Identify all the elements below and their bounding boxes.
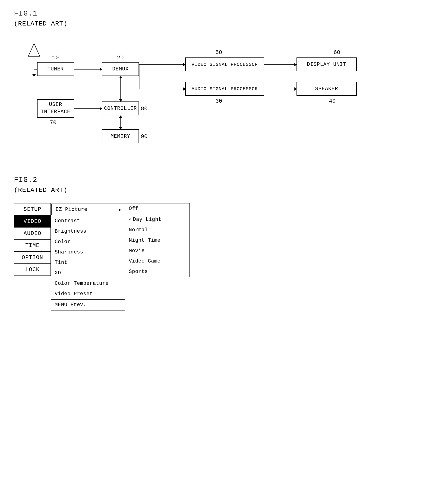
menu-item-audio[interactable]: AUDIO — [14, 227, 50, 239]
arrow-asp-speaker — [264, 89, 297, 89]
right-item-normal[interactable]: Normal — [125, 225, 189, 235]
arrow-vsp-display — [264, 64, 297, 65]
middle-item-sharpness[interactable]: Sharpness — [51, 247, 125, 258]
arrow-h-antenna — [34, 69, 37, 69]
ez-picture-arrow: ▶ — [119, 207, 121, 212]
right-item-movie[interactable]: Movie — [125, 245, 189, 256]
right-item-daylight[interactable]: ✓Day Light — [125, 214, 189, 225]
video-signal-processor-block: VIDEO SIGNAL PROCESSOR — [185, 57, 264, 71]
menu-item-video[interactable]: VIDEO — [14, 215, 50, 227]
label-60: 60 — [334, 49, 340, 56]
label-80: 80 — [141, 106, 148, 112]
right-item-night-time[interactable]: Night Time — [125, 235, 189, 245]
middle-item-color[interactable]: Color — [51, 237, 125, 247]
svg-marker-0 — [28, 44, 40, 56]
fig2-diagram: SETUP VIDEO AUDIO TIME OPTION LOCK EZ Pi… — [14, 203, 434, 310]
left-menu: SETUP VIDEO AUDIO TIME OPTION LOCK — [14, 203, 51, 276]
right-item-sports[interactable]: Sports — [125, 266, 189, 277]
label-70: 70 — [50, 120, 56, 126]
audio-signal-processor-block: AUDIO SIGNAL PROCESSOR — [185, 82, 264, 96]
arrow-tuner-demux — [74, 69, 102, 69]
menu-item-setup[interactable]: SETUP — [14, 203, 50, 215]
display-unit-block: DISPLAY UNIT — [297, 57, 357, 71]
fig2-label: FIG.2 — [14, 176, 434, 184]
arrow-antenna-tuner — [34, 57, 34, 76]
ez-picture-label: EZ Picture — [56, 207, 87, 213]
middle-item-menu-prev[interactable]: MENU Prev. — [51, 299, 125, 310]
fig1-related-art: (RELATED ART) — [14, 20, 434, 27]
middle-item-video-preset[interactable]: Video Preset — [51, 289, 125, 299]
right-item-off[interactable]: Off — [125, 203, 189, 214]
arrow-demux-video — [139, 64, 185, 65]
antenna-icon — [28, 44, 40, 57]
middle-item-ez-picture[interactable]: EZ Picture ▶ — [51, 204, 124, 215]
label-50: 50 — [215, 49, 222, 56]
label-10: 10 — [52, 55, 59, 61]
fig2-section: FIG.2 (RELATED ART) SETUP VIDEO AUDIO TI… — [14, 176, 434, 310]
arrow-ui-controller — [74, 108, 102, 109]
arrow-v-controller-memory — [120, 116, 121, 129]
middle-item-xd[interactable]: XD — [51, 268, 125, 278]
arrow-v-demux-controller — [120, 76, 121, 101]
label-20: 20 — [117, 55, 124, 61]
user-interface-block: USER INTERFACE — [37, 99, 74, 118]
tuner-block: TUNER — [37, 62, 74, 76]
menu-item-time[interactable]: TIME — [14, 239, 50, 252]
arrow-v-demux-branch — [139, 64, 139, 89]
memory-block: MEMORY — [102, 129, 139, 143]
right-item-video-game[interactable]: Video Game — [125, 256, 189, 266]
middle-item-brightness[interactable]: Brightness — [51, 226, 125, 237]
arrow-demux-audio — [139, 89, 185, 89]
middle-item-tint[interactable]: Tint — [51, 258, 125, 268]
middle-item-color-temp[interactable]: Color Temperature — [51, 278, 125, 289]
controller-block: CONTROLLER — [102, 101, 139, 115]
fig2-related-art: (RELATED ART) — [14, 187, 434, 194]
right-menu: Off ✓Day Light Normal Night Time Movie V… — [125, 203, 190, 277]
label-40: 40 — [329, 98, 336, 104]
middle-menu: EZ Picture ▶ Contrast Brightness Color S… — [51, 203, 125, 310]
middle-item-contrast[interactable]: Contrast — [51, 216, 125, 226]
checkmark-icon: ✓ — [129, 217, 132, 222]
demux-block: DEMUX — [102, 62, 139, 76]
label-90: 90 — [141, 133, 148, 140]
fig1-label: FIG.1 — [14, 9, 434, 18]
menu-item-option[interactable]: OPTION — [14, 252, 50, 264]
label-30: 30 — [215, 98, 222, 104]
fig1-diagram: TUNER 10 DEMUX 20 VIDEO SIGNAL PROCESSOR… — [14, 37, 431, 157]
speaker-block: SPEAKER — [297, 82, 357, 96]
menu-item-lock[interactable]: LOCK — [14, 264, 50, 276]
